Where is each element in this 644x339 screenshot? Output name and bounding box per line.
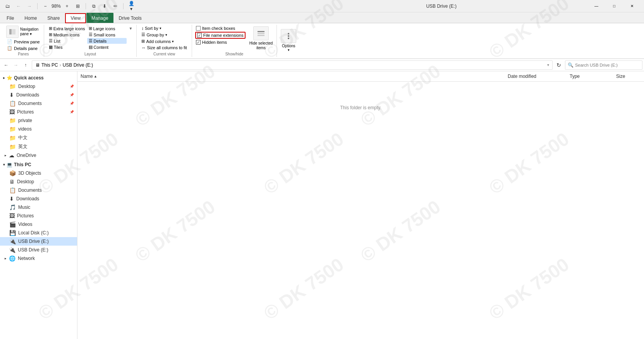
add-columns-label: Add columns: [146, 39, 171, 44]
this-pc-section: ▾ 💻 This PC 📦 3D Objects 🖥 Desktop 📋 Doc…: [0, 160, 77, 246]
documents-qa-icon: 📋: [9, 100, 16, 107]
size-columns-btn[interactable]: ↔ Size all columns to fit: [140, 45, 188, 50]
size-columns-label: Size all columns to fit: [147, 45, 187, 50]
sidebar-item-desktop-qa[interactable]: 📁 Desktop 📌: [0, 82, 77, 91]
sidebar-item-downloads-pc[interactable]: ⬇ Downloads: [0, 194, 77, 203]
sidebar-item-usb-drive-pc[interactable]: 🔌 USB Drive (E:): [0, 237, 77, 246]
sidebar-item-private-qa[interactable]: 📁 private: [0, 116, 77, 125]
account-btn[interactable]: 👤 ▾: [127, 2, 136, 11]
show-hide-group: Item check boxes ✓ File name extensions …: [192, 25, 277, 57]
title-back-btn[interactable]: ←: [14, 2, 23, 11]
sidebar-item-videos-pc[interactable]: 🎬 Videos: [0, 220, 77, 229]
layout-small-icon: ☰: [89, 32, 93, 37]
preview-pane-btn[interactable]: 📄 Preview pane: [6, 39, 41, 45]
sidebar-item-3dobjects[interactable]: 📦 3D Objects: [0, 169, 77, 177]
sidebar-item-documents-qa[interactable]: 📋 Documents 📌: [0, 99, 77, 108]
layout-extra-large[interactable]: ⊞ Extra large icons: [47, 26, 87, 31]
layout-list[interactable]: ☰ List: [47, 38, 87, 44]
sidebar-item-videos-qa[interactable]: 📁 videos: [0, 125, 77, 133]
tab-drive-tools[interactable]: Drive Tools: [114, 13, 147, 23]
tab-manage[interactable]: Manage: [86, 13, 113, 23]
edit-btn[interactable]: ✏: [111, 2, 120, 11]
tab-file[interactable]: File: [2, 13, 19, 23]
layout-details[interactable]: ☰ Details: [87, 38, 127, 44]
layout-details-icon: ☰: [89, 38, 93, 43]
layout-group-content: ⊞ Extra large icons ⊞ Large icons ⊞ Medi…: [47, 26, 134, 51]
search-box[interactable]: 🔍: [565, 60, 642, 70]
pictures-qa-label: Pictures: [17, 109, 34, 115]
tab-view[interactable]: View: [65, 13, 86, 23]
address-path[interactable]: 🖥 This PC › USB Drive (E:) ▾: [32, 60, 553, 70]
col-header-size[interactable]: Size: [613, 73, 644, 80]
svg-rect-0: [9, 29, 12, 34]
zhongwen-qa-icon: 📁: [9, 135, 16, 141]
documents-qa-pin: 📌: [70, 102, 74, 105]
refresh-btn[interactable]: ↻: [554, 60, 563, 70]
path-sep1: ›: [60, 62, 61, 68]
sidebar-item-downloads-qa[interactable]: ⬇ Downloads 📌: [0, 91, 77, 99]
add-columns-btn[interactable]: ⊞ Add columns ▾: [140, 38, 188, 44]
zoom-in-btn[interactable]: +: [62, 2, 72, 11]
sh-items-col: Item check boxes ✓ File name extensions …: [195, 26, 246, 45]
minimize-btn[interactable]: —: [587, 0, 605, 12]
layout-content[interactable]: ▤ Content: [87, 44, 127, 50]
search-input[interactable]: [575, 63, 640, 67]
download-btn[interactable]: ⬇: [100, 2, 109, 11]
details-pane-btn[interactable]: 📋 Details pane: [6, 45, 38, 51]
layout-small[interactable]: ☰ Small icons: [87, 32, 127, 38]
sidebar-item-usb-drive[interactable]: ▸ 🔌 USB Drive (E:): [0, 246, 77, 254]
tab-share[interactable]: Share: [42, 13, 65, 23]
desktop-qa-label: Desktop: [18, 84, 35, 89]
item-checkboxes-checkbox[interactable]: [196, 26, 201, 31]
title-forward-btn[interactable]: →: [25, 2, 34, 11]
downloads-qa-icon: ⬇: [9, 92, 14, 98]
private-qa-icon: 📁: [9, 117, 16, 124]
quick-access-btn[interactable]: 🗂: [3, 2, 12, 11]
group-by-btn[interactable]: ☰ Group by ▾: [140, 32, 188, 38]
sidebar-item-zhongwen-qa[interactable]: 📁 中文: [0, 133, 77, 142]
tab-home[interactable]: Home: [19, 13, 42, 23]
group-by-label: Group by: [146, 33, 164, 37]
hide-selected-btn[interactable]: Hide selecteditems: [249, 26, 274, 51]
zoom-out-btn[interactable]: −: [41, 2, 50, 11]
sidebar-item-local-disk[interactable]: 💾 Local Disk (C:): [0, 229, 77, 237]
sidebar-item-pictures-pc[interactable]: 🖼 Pictures: [0, 212, 77, 220]
close-btn[interactable]: ✕: [623, 0, 641, 12]
col-header-date[interactable]: Date modified: [505, 73, 567, 80]
options-btn[interactable]: Options ▾: [280, 28, 297, 53]
path-dropdown-arrow[interactable]: ▾: [547, 63, 549, 67]
quick-access-header[interactable]: ▸ ⭐ Quick access: [0, 74, 77, 82]
col-header-name[interactable]: Name ▲: [77, 73, 505, 80]
sidebar-item-yingwen-qa[interactable]: 📁 英文: [0, 142, 77, 151]
documents-qa-label: Documents: [18, 101, 42, 106]
copy-btn[interactable]: ⧉: [89, 2, 98, 11]
forward-btn[interactable]: →: [11, 60, 21, 70]
view-toggle-btn[interactable]: ⊞: [73, 2, 82, 11]
navigation-pane-btn[interactable]: Navigationpane ▾: [6, 26, 38, 38]
layout-medium[interactable]: ⊞ Medium icons: [47, 32, 87, 38]
sidebar-item-network[interactable]: ▸ 🌐 Network: [0, 254, 77, 263]
layout-large[interactable]: ⊞ Large icons: [87, 26, 127, 31]
sidebar-item-onedrive[interactable]: ▸ ☁ OneDrive: [0, 151, 77, 160]
divider3: [123, 3, 124, 9]
layout-expand-btn[interactable]: ▼: [128, 26, 134, 31]
item-checkboxes-toggle[interactable]: Item check boxes: [195, 26, 246, 31]
layout-tiles[interactable]: ▦ Tiles: [47, 44, 87, 50]
file-ext-checkbox[interactable]: ✓: [197, 33, 202, 38]
maximize-btn[interactable]: □: [605, 0, 623, 12]
hidden-items-checkbox[interactable]: ✓: [196, 40, 201, 45]
sidebar-item-desktop-pc[interactable]: 🖥 Desktop: [0, 177, 77, 186]
videos-pc-label: Videos: [18, 222, 32, 227]
sidebar-item-pictures-qa[interactable]: 🖼 Pictures 📌: [0, 108, 77, 116]
sidebar-item-music[interactable]: 🎵 Music: [0, 203, 77, 212]
up-btn[interactable]: ↑: [21, 60, 30, 70]
hide-selected-icon: [253, 26, 269, 40]
sort-by-btn[interactable]: ↕ Sort by ▾: [140, 26, 188, 31]
file-ext-toggle[interactable]: ✓ File name extensions: [195, 32, 246, 39]
network-icon: 🌐: [9, 255, 15, 262]
sidebar-item-documents-pc[interactable]: 📋 Documents: [0, 186, 77, 194]
col-header-type[interactable]: Type: [567, 73, 613, 80]
this-pc-header[interactable]: ▾ 💻 This PC: [0, 160, 77, 169]
back-btn[interactable]: ←: [2, 60, 11, 70]
hidden-items-toggle[interactable]: ✓ Hidden items: [195, 40, 246, 45]
